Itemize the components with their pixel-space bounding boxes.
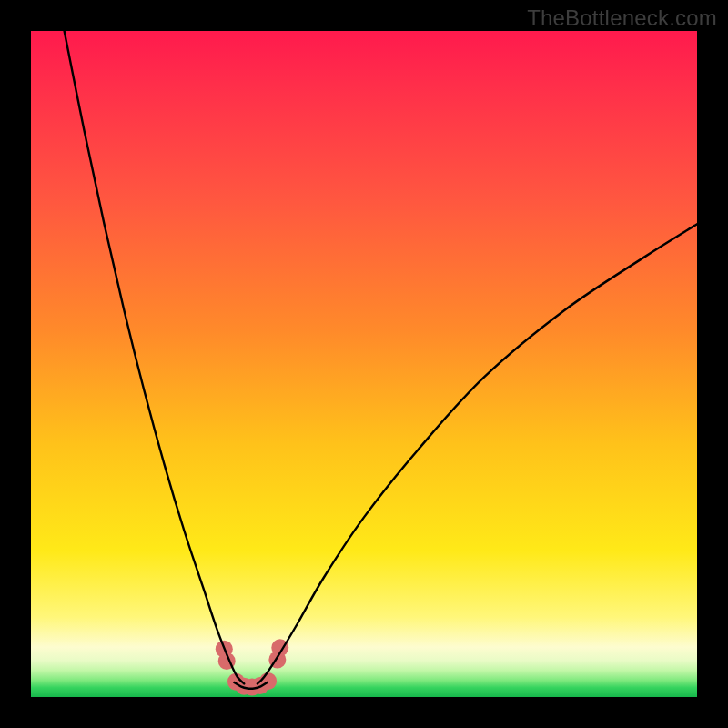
chart-plot-area [31,31,697,697]
chart-frame: TheBottleneck.com [0,0,728,728]
curve-right-branch [258,224,697,683]
chart-svg [31,31,697,697]
watermark-text: TheBottleneck.com [527,5,717,31]
valley-dots [216,639,288,695]
curve-left-branch [65,31,245,683]
